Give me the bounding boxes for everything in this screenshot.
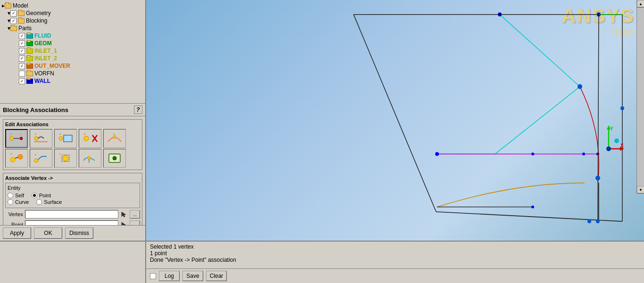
- console-line-1: Selected 1 vertex: [150, 243, 640, 250]
- assoc-icon-2[interactable]: ✦: [30, 129, 52, 148]
- console-toolbar: Log Save Clear: [146, 268, 644, 283]
- point-field-row: Point ...: [5, 220, 140, 225]
- tree-label-blocking: Blocking: [26, 17, 47, 24]
- dismiss-button[interactable]: Dismiss: [65, 227, 93, 239]
- save-button[interactable]: Save: [182, 271, 203, 281]
- svg-line-29: [436, 212, 622, 221]
- vertex-input[interactable]: [25, 210, 118, 218]
- vertex-label: Vertex: [5, 211, 23, 217]
- radio-self-circle[interactable]: [8, 193, 13, 198]
- svg-point-5: [34, 137, 38, 140]
- assoc-icon-vertex-point[interactable]: ✦ •: [5, 129, 28, 148]
- tree-item-outmover[interactable]: OUT_MOVER: [2, 62, 143, 70]
- tree-section: ▸ Model ▾ Geometry ▾ Blocking ▾: [0, 0, 145, 104]
- assoc-icon-10[interactable]: [103, 149, 126, 168]
- radio-curve[interactable]: Curve: [8, 199, 29, 205]
- tree-item-geometry[interactable]: ▾ Geometry: [2, 9, 143, 17]
- svg-point-56: [606, 146, 611, 151]
- radio-self-label: Self: [15, 193, 24, 198]
- checkbox-vorfn[interactable]: [19, 71, 25, 77]
- assoc-icon-6-svg: ✦: [8, 151, 25, 165]
- assoc-icon-3[interactable]: ✦: [54, 129, 77, 148]
- point-ellipsis-button[interactable]: ...: [130, 220, 140, 225]
- vertex-cursor-icon[interactable]: [120, 210, 128, 218]
- tree-item-wall[interactable]: WALL: [2, 77, 143, 85]
- checkbox-fluid[interactable]: [19, 33, 25, 39]
- tree-item-blocking[interactable]: ▾ Blocking: [2, 17, 143, 24]
- log-button[interactable]: Log: [159, 271, 180, 281]
- tree-item-inlet1[interactable]: INLET_1: [2, 47, 143, 55]
- scroll-down-button[interactable]: ▼: [637, 186, 644, 194]
- checkbox-blocking[interactable]: [10, 18, 17, 24]
- assoc-vertex-box: Associate Vertex -> Entity Self Point: [3, 173, 142, 225]
- assoc-icon-9[interactable]: [79, 149, 101, 168]
- clear-button[interactable]: Clear: [206, 271, 227, 281]
- section-title: Blocking Associations: [3, 106, 68, 113]
- tree-item-vorfn[interactable]: VORFN: [2, 70, 143, 77]
- tree-item-inlet2[interactable]: INLET_2: [2, 55, 143, 62]
- vertex-ellipsis-button[interactable]: ...: [130, 210, 140, 218]
- svg-point-47: [587, 219, 591, 223]
- vertex-field-row: Vertex ...: [5, 210, 140, 218]
- svg-point-34: [531, 153, 534, 155]
- assoc-icon-delete[interactable]: ✦: [79, 129, 101, 148]
- assoc-icon-4-svg: ✦: [82, 131, 99, 146]
- checkbox-inlet2[interactable]: [19, 56, 25, 62]
- radio-point-circle[interactable]: [32, 193, 37, 198]
- tree-item-geom[interactable]: GEOM: [2, 40, 143, 47]
- icon-grid: ✦ • ✦: [5, 129, 140, 168]
- svg-line-19: [15, 157, 18, 158]
- checkbox-inlet1[interactable]: [19, 48, 25, 54]
- ok-button[interactable]: OK: [34, 227, 62, 239]
- svg-point-46: [595, 176, 600, 180]
- svg-point-0: [10, 137, 14, 140]
- left-panel: ▸ Model ▾ Geometry ▾ Blocking ▾: [0, 0, 146, 241]
- folder-icon-geom: [26, 41, 33, 46]
- assoc-icon-7[interactable]: ✦: [30, 149, 52, 168]
- viewport[interactable]: ANSYS R18.0: [146, 0, 644, 241]
- radio-surface-circle[interactable]: [36, 199, 42, 205]
- log-checkbox[interactable]: [150, 273, 156, 279]
- radio-curve-circle[interactable]: [8, 199, 13, 205]
- entity-radio-row-2: Curve Surface: [8, 199, 138, 205]
- console-text: Selected 1 vertex 1 point Done "Vertex -…: [146, 242, 644, 268]
- assoc-icon-5[interactable]: ✦: [103, 129, 126, 148]
- tree-item-parts[interactable]: ▾ Parts: [2, 24, 143, 32]
- checkbox-outmover[interactable]: [19, 63, 25, 69]
- assoc-icon-6[interactable]: ✦: [5, 149, 28, 168]
- radio-surface-label: Surface: [44, 199, 62, 205]
- console-line-2: 1 point: [150, 250, 640, 257]
- scroll-track[interactable]: [637, 8, 644, 186]
- radio-point[interactable]: Point: [32, 193, 51, 198]
- assoc-icon-8-svg: ✦: [57, 151, 74, 165]
- tree-label-geom: GEOM: [34, 40, 52, 47]
- help-icon[interactable]: ?: [134, 105, 142, 114]
- entity-radio-row-1: Self Point: [8, 193, 138, 198]
- checkbox-geom[interactable]: [19, 40, 25, 47]
- folder-icon-blocking: [18, 18, 25, 24]
- radio-point-label: Point: [39, 193, 51, 198]
- svg-point-15: [113, 136, 116, 138]
- apply-button[interactable]: Apply: [3, 227, 31, 239]
- console-right: Selected 1 vertex 1 point Done "Vertex -…: [146, 242, 644, 283]
- svg-line-30: [500, 15, 580, 87]
- svg-point-57: [614, 138, 619, 143]
- checkbox-wall[interactable]: [19, 78, 25, 84]
- checkbox-geometry[interactable]: [10, 10, 17, 16]
- scroll-up-button[interactable]: ▲: [637, 0, 644, 8]
- point-input[interactable]: [25, 220, 118, 225]
- folder-icon-fluid: [26, 33, 33, 39]
- radio-self[interactable]: Self: [8, 193, 24, 198]
- svg-point-25: [88, 156, 91, 159]
- console-left-spacer: [0, 242, 146, 283]
- tree-item-model[interactable]: ▸ Model: [2, 2, 143, 9]
- svg-text:•: •: [20, 133, 21, 136]
- svg-point-48: [596, 219, 600, 223]
- tree-item-fluid[interactable]: FLUID: [2, 32, 143, 40]
- tree-label-geometry: Geometry: [26, 10, 51, 16]
- radio-surface[interactable]: Surface: [36, 199, 62, 205]
- viewport-scrollbar: ▲ ▼: [636, 0, 644, 194]
- svg-point-21: [34, 159, 38, 162]
- point-cursor-icon[interactable]: [120, 221, 128, 225]
- assoc-icon-8[interactable]: ✦: [54, 149, 77, 168]
